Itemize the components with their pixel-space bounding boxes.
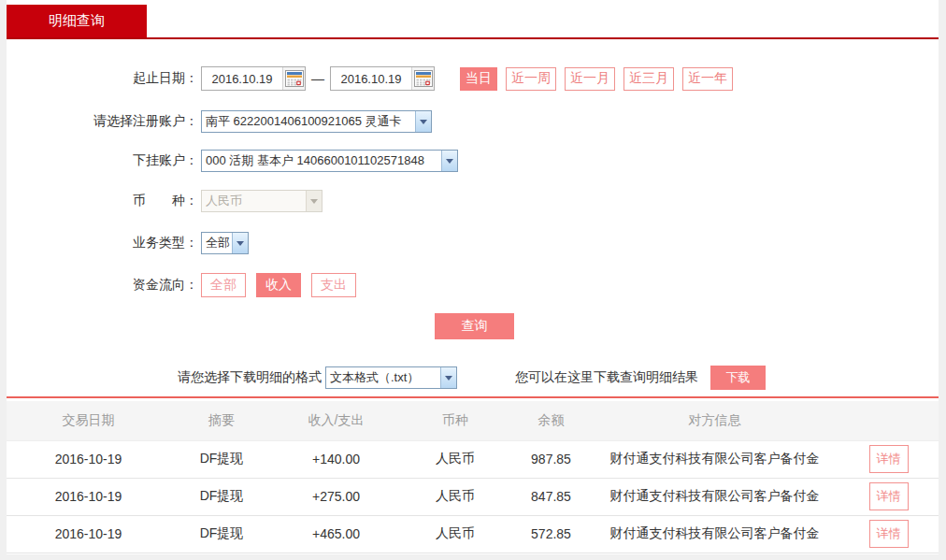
start-date-input[interactable]: 2016.10.19 [201, 66, 306, 91]
cell-amount: +465.00 [273, 515, 399, 553]
cell-date: 2016-10-19 [7, 478, 170, 515]
table-row: 2016-10-19 DF提现 +140.00 人民币 987.85 财付通支付… [7, 440, 939, 478]
cell-currency: 人民币 [399, 478, 511, 515]
chevron-down-icon [306, 191, 322, 211]
cell-date: 2016-10-19 [7, 515, 170, 553]
col-header-balance: 余额 [511, 401, 591, 440]
register-account-row: 请选择注册账户： 南平 6222001406100921065 灵通卡 [7, 110, 939, 133]
download-button[interactable]: 下载 [710, 366, 766, 390]
detail-button[interactable]: 详情 [869, 445, 909, 473]
cell-currency: 人民币 [399, 515, 511, 553]
quick-range-3months-button[interactable]: 近三月 [624, 67, 674, 91]
cell-date: 2016-10-19 [7, 440, 170, 478]
cell-amount: +275.00 [273, 478, 399, 515]
detail-button[interactable]: 详情 [869, 482, 909, 510]
quick-range-week-button[interactable]: 近一周 [506, 67, 556, 91]
table-row: 2016-10-19 DF提现 +465.00 人民币 572.85 财付通支付… [7, 515, 939, 553]
col-header-summary: 摘要 [170, 401, 273, 440]
tab-label: 明细查询 [49, 12, 105, 30]
detail-button[interactable]: 详情 [869, 520, 909, 548]
download-format-select[interactable]: 文本格式（.txt） [325, 366, 457, 389]
query-button-row: 查询 [7, 313, 939, 339]
date-range-label: 起止日期： [7, 70, 198, 87]
col-header-date: 交易日期 [7, 401, 170, 440]
sub-account-label: 下挂账户： [7, 152, 198, 169]
tab-detail-query[interactable]: 明细查询 [7, 5, 147, 37]
quick-range-buttons: 当日 近一周 近一月 近三月 近一年 [460, 67, 733, 91]
currency-value: 人民币 [202, 193, 306, 209]
fund-flow-row: 资金流向： 全部 收入 支出 [7, 273, 939, 297]
query-button[interactable]: 查询 [435, 313, 514, 339]
table-header: 交易日期 摘要 收入/支出 币种 余额 对方信息 [7, 401, 939, 440]
sub-account-select[interactable]: 000 活期 基本户 1406600101102571848 [201, 150, 458, 172]
end-date-input[interactable]: 2016.10.19 [330, 66, 435, 91]
business-type-select[interactable]: 全部 [201, 232, 249, 254]
download-hint: 您可以在这里下载查询明细结果 [515, 369, 698, 386]
download-row: 请您选择下载明细的格式 文本格式（.txt） 您可以在这里下载查询明细结果 下载 [7, 366, 939, 390]
currency-row: 币 种： 人民币 [7, 190, 939, 212]
start-date-calendar-button[interactable] [282, 67, 305, 90]
tab-bar: 明细查询 [7, 0, 939, 37]
cell-amount: +140.00 [273, 440, 399, 478]
start-date-value: 2016.10.19 [202, 72, 282, 86]
calendar-icon [285, 70, 304, 87]
quick-range-month-button[interactable]: 近一月 [565, 67, 615, 91]
business-type-row: 业务类型： 全部 [7, 232, 939, 254]
table-row: 2016-10-19 DF提现 +275.00 人民币 847.85 财付通支付… [7, 478, 939, 515]
currency-select: 人民币 [201, 190, 322, 212]
sub-account-value: 000 活期 基本户 1406600101102571848 [202, 152, 441, 169]
cell-summary: DF提现 [170, 515, 273, 553]
col-header-amount: 收入/支出 [273, 401, 399, 440]
cell-counterparty: 财付通支付科技有限公司客户备付金 [591, 515, 838, 553]
section-divider [7, 396, 939, 398]
cell-counterparty: 财付通支付科技有限公司客户备付金 [591, 440, 838, 478]
register-account-label: 请选择注册账户： [7, 113, 198, 130]
transaction-table: 交易日期 摘要 收入/支出 币种 余额 对方信息 2016-10-19 DF提现… [7, 401, 939, 553]
currency-label: 币 种： [7, 193, 198, 209]
cell-currency: 人民币 [399, 440, 511, 478]
chevron-down-icon [441, 151, 457, 171]
fund-flow-expense-button[interactable]: 支出 [311, 273, 356, 297]
calendar-icon [414, 70, 433, 87]
business-type-value: 全部 [202, 235, 232, 251]
register-account-select[interactable]: 南平 6222001406100921065 灵通卡 [201, 110, 432, 133]
fund-flow-income-button[interactable]: 收入 [256, 273, 301, 297]
end-date-value: 2016.10.19 [331, 72, 411, 86]
cell-balance: 847.85 [511, 478, 591, 515]
business-type-label: 业务类型： [7, 235, 198, 251]
query-form: 起止日期： 2016.10.19 [7, 39, 939, 390]
col-header-counterparty: 对方信息 [591, 401, 838, 440]
download-format-label: 请您选择下载明细的格式 [178, 369, 322, 386]
col-header-action [838, 401, 939, 440]
col-header-currency: 币种 [399, 401, 511, 440]
quick-range-today-button[interactable]: 当日 [460, 67, 497, 91]
cell-summary: DF提现 [170, 478, 273, 515]
cell-summary: DF提现 [170, 440, 273, 478]
cell-counterparty: 财付通支付科技有限公司客户备付金 [591, 478, 838, 515]
cell-balance: 987.85 [511, 440, 591, 478]
chevron-down-icon [415, 111, 431, 132]
cell-balance: 572.85 [511, 515, 591, 553]
download-format-value: 文本格式（.txt） [326, 369, 440, 386]
fund-flow-label: 资金流向： [7, 277, 198, 294]
date-range-row: 起止日期： 2016.10.19 [7, 66, 939, 91]
quick-range-year-button[interactable]: 近一年 [682, 67, 733, 91]
content-area: 明细查询 起止日期： 2016.10.19 [7, 0, 939, 554]
fund-flow-all-button[interactable]: 全部 [201, 273, 246, 297]
date-separator: — [311, 71, 324, 86]
end-date-calendar-button[interactable] [411, 67, 434, 90]
chevron-down-icon [232, 233, 248, 253]
chevron-down-icon [440, 367, 456, 388]
sub-account-row: 下挂账户： 000 活期 基本户 1406600101102571848 [7, 150, 939, 172]
register-account-value: 南平 6222001406100921065 灵通卡 [202, 113, 415, 130]
